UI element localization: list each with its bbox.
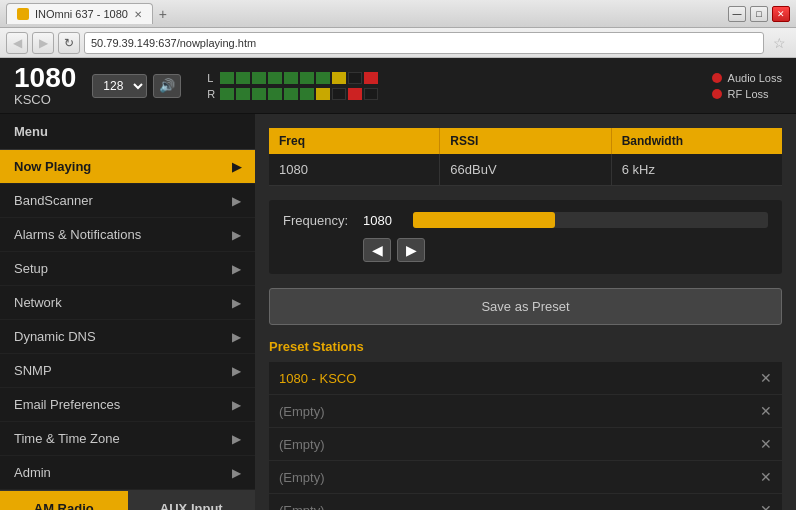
vu-seg [252,88,266,100]
sidebar-item-admin[interactable]: Admin ▶ [0,456,255,490]
status-indicators: Audio Loss RF Loss [712,72,782,100]
vu-seg [220,88,234,100]
bitrate-select[interactable]: 128 64 32 [92,74,147,98]
chevron-right-icon: ▶ [232,330,241,344]
aux-input-button[interactable]: AUX Input [128,491,256,510]
sidebar-item-time-zone[interactable]: Time & Time Zone ▶ [0,422,255,456]
sidebar-item-label: BandScanner [14,193,93,208]
sidebar-item-bandscanner[interactable]: BandScanner ▶ [0,184,255,218]
list-item: (Empty) ✕ [269,428,782,461]
vu-meters: L R [207,72,378,100]
browser-toolbar: ◀ ▶ ↻ ☆ [0,28,796,58]
sidebar-item-alarms[interactable]: Alarms & Notifications ▶ [0,218,255,252]
vu-seg-yellow [316,88,330,100]
freq-header: Freq [269,128,440,154]
vu-seg [300,88,314,100]
tab-close-button[interactable]: ✕ [134,9,142,20]
preset-delete-button[interactable]: ✕ [760,370,772,386]
close-button[interactable]: ✕ [772,6,790,22]
sidebar-item-snmp[interactable]: SNMP ▶ [0,354,255,388]
rf-loss-dot [712,89,722,99]
bandwidth-value: 6 kHz [612,154,782,186]
browser-tab[interactable]: INOmni 637 - 1080 ✕ [6,3,153,24]
tab-favicon [17,8,29,20]
preset-item-label: 1080 - KSCO [279,371,760,386]
chevron-right-icon: ▶ [232,296,241,310]
vu-seg [220,72,234,84]
new-tab-button[interactable]: + [153,4,173,24]
preset-item-label: (Empty) [279,404,760,419]
station-info: 1080 KSCO [14,64,76,107]
vu-seg [284,88,298,100]
vu-right: R [207,88,378,100]
refresh-button[interactable]: ↻ [58,32,80,54]
frequency-down-button[interactable]: ◀ [363,238,391,262]
vu-left: L [207,72,378,84]
chevron-right-icon: ▶ [232,262,241,276]
sidebar: Menu Now Playing ▶ BandScanner ▶ Alarms … [0,114,255,510]
chevron-right-icon: ▶ [232,398,241,412]
bookmark-icon[interactable]: ☆ [768,32,790,54]
preset-delete-button[interactable]: ✕ [760,436,772,452]
window-controls: — □ ✕ [728,6,790,22]
vu-right-bars [220,88,378,100]
audio-loss-dot [712,73,722,83]
vu-seg [300,72,314,84]
am-radio-button[interactable]: AM Radio [0,491,128,510]
vu-right-label: R [207,88,217,100]
sidebar-footer: AM Radio AUX Input [0,490,255,510]
minimize-button[interactable]: — [728,6,746,22]
vu-seg-dark [348,72,362,84]
preset-stations-header: Preset Stations [269,339,782,354]
maximize-button[interactable]: □ [750,6,768,22]
preset-delete-button[interactable]: ✕ [760,469,772,485]
sidebar-item-dynamic-dns[interactable]: Dynamic DNS ▶ [0,320,255,354]
frequency-up-button[interactable]: ▶ [397,238,425,262]
chevron-right-icon: ▶ [232,194,241,208]
vu-seg [316,72,330,84]
list-item: (Empty) ✕ [269,494,782,510]
chevron-right-icon: ▶ [232,160,241,174]
frequency-slider[interactable] [413,212,768,228]
station-name: KSCO [14,92,76,107]
menu-header: Menu [0,114,255,150]
save-preset-button[interactable]: Save as Preset [269,288,782,325]
content-area: Menu Now Playing ▶ BandScanner ▶ Alarms … [0,114,796,510]
bitrate-control: 128 64 32 🔊 [92,74,181,98]
sidebar-item-setup[interactable]: Setup ▶ [0,252,255,286]
audio-loss-label: Audio Loss [728,72,782,84]
sidebar-item-now-playing[interactable]: Now Playing ▶ [0,150,255,184]
sidebar-item-label: Setup [14,261,48,276]
forward-button[interactable]: ▶ [32,32,54,54]
sidebar-item-network[interactable]: Network ▶ [0,286,255,320]
chevron-right-icon: ▶ [232,228,241,242]
address-bar[interactable] [84,32,764,54]
frequency-slider-fill [413,212,555,228]
volume-button[interactable]: 🔊 [153,74,181,98]
info-values-row: 1080 66dBuV 6 kHz [269,154,782,186]
sidebar-item-label: SNMP [14,363,52,378]
sidebar-item-label: Email Preferences [14,397,120,412]
vu-seg-dark [332,88,346,100]
frequency-value: 1080 [363,213,403,228]
back-button[interactable]: ◀ [6,32,28,54]
bandwidth-header: Bandwidth [612,128,782,154]
vu-seg-yellow [332,72,346,84]
list-item: (Empty) ✕ [269,395,782,428]
sidebar-item-email-prefs[interactable]: Email Preferences ▶ [0,388,255,422]
app-header: 1080 KSCO 128 64 32 🔊 L [0,58,796,114]
frequency-controls: ◀ ▶ [363,238,768,262]
frequency-row: Frequency: 1080 [283,212,768,228]
preset-item-label: (Empty) [279,503,760,511]
vu-seg-red [348,88,362,100]
vu-left-bars [220,72,378,84]
chevron-right-icon: ▶ [232,432,241,446]
vu-seg [268,72,282,84]
freq-value: 1080 [269,154,440,186]
preset-delete-button[interactable]: ✕ [760,502,772,510]
preset-delete-button[interactable]: ✕ [760,403,772,419]
preset-item-label: (Empty) [279,437,760,452]
sidebar-item-label: Time & Time Zone [14,431,120,446]
vu-seg [268,88,282,100]
tab-title: INOmni 637 - 1080 [35,8,128,20]
